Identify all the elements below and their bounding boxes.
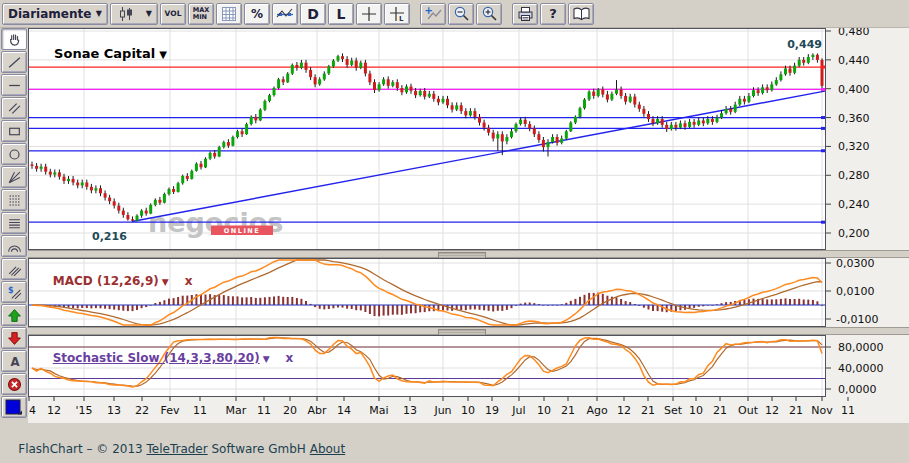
percent-scale-button-label: % [251,7,263,21]
x-axis-label: Set [664,404,683,417]
x-axis-label: Mar [226,404,247,417]
arrow-up-icon [7,308,22,323]
crosshair-l-button[interactable]: L [384,3,410,25]
cross-l-icon: L [389,6,405,22]
draw-mode-d-button[interactable]: D [300,3,326,25]
x-axis-label: '15 [75,404,92,417]
book-icon [572,6,591,22]
volume-button[interactable]: VOL [160,3,186,25]
chevron-down-icon: ▼ [146,9,152,18]
x-axis-label: 10 [537,404,551,417]
x-axis-label: 12 [47,404,61,417]
hand-icon [7,32,22,47]
panel-splitter[interactable] [28,250,909,258]
hline-icon [7,78,22,93]
zoom-in-button[interactable] [476,3,502,25]
stochastic-axis-tick: 80,0000 [838,341,884,354]
chevron-down-icon: ▼ [96,9,102,18]
ellipse-tool[interactable] [1,143,27,165]
x-axis-label: 21 [641,404,655,417]
stochastic-close-button[interactable]: x [286,351,294,365]
x-axis-label: Nov [811,404,833,417]
ellipse-icon [7,147,22,162]
about-link[interactable]: About [310,442,345,456]
speed-lines-tool[interactable] [1,258,27,280]
grid-toggle-button[interactable] [216,3,242,25]
macd-close-button[interactable]: x [185,274,193,288]
stochastic-axis-tick: 0,0000 [838,383,877,396]
x-axis-label: Jun [433,404,451,417]
teletrader-link[interactable]: TeleTrader [147,442,208,456]
horizontal-grid-tool[interactable] [1,212,27,234]
max-min-button-label: MAXMIN [193,7,210,20]
arrow-down-icon [7,331,22,346]
toolbar-items: Diariamente▼▼VOLMAXMIN%DLL+? [2,3,596,25]
add-indicator-button[interactable]: + [420,3,446,25]
y-axis-tick: 0,280 [838,169,870,182]
period-dropdown[interactable]: Diariamente▼ [2,3,108,25]
volume-button-label: VOL [165,9,182,18]
parallel-lines-tool[interactable] [1,97,27,119]
x-axis-label: Out [738,404,759,417]
arcs-tool[interactable] [1,235,27,257]
fan-lines-tool[interactable] [1,166,27,188]
color-picker-tool[interactable] [1,396,27,418]
trendline-tool[interactable] [1,51,27,73]
band-tool-button[interactable] [272,3,298,25]
y-axis-tick: 0,240 [838,198,870,211]
grid-icon [221,6,237,22]
pan-tool[interactable] [1,28,27,50]
manual-button[interactable] [568,3,594,25]
stochastic-indicator-label[interactable]: Stochastic Slow (14,3,3,80,20)▼x [36,337,293,379]
rectangle-tool[interactable] [1,120,27,142]
svg-text:$: $ [8,285,14,294]
x-axis-label: Mai [369,404,388,417]
gann-dollar-icon: $ [7,285,22,300]
arrow-down-tool[interactable] [1,327,27,349]
x-axis-label: 20 [283,404,297,417]
zoom-in-icon [481,5,498,22]
print-icon [517,6,534,22]
x-axis-label: Fev [160,404,179,417]
x-axis-label: Jul [511,404,525,417]
symbol-title-label: Sonae Capital [54,46,155,61]
y-axis-tick: 0,320 [838,140,870,153]
stochastic-axis-tick: 40,0000 [838,362,884,375]
x-axis-label: 13 [107,404,121,417]
price-annotation: 0,216 [92,230,127,243]
svg-text:ONLINE: ONLINE [224,227,260,235]
drawing-toolbar: $A [0,28,28,419]
chart-type-dropdown[interactable]: ▼ [110,3,158,25]
color-swatch-icon [5,399,23,416]
x-axis-label: 14 [337,404,351,417]
y-axis-tick: 0,440 [838,54,870,67]
band-icon [276,7,294,21]
y-axis-tick: 0,400 [838,83,870,96]
panel-splitter[interactable] [28,327,909,335]
arcs-icon [7,239,22,254]
x-axis-label: 21 [789,404,803,417]
x-axis-label: 12 [617,404,631,417]
zoom-out-button[interactable] [448,3,474,25]
y-axis-tick: 0,480 [838,28,870,38]
text-tool[interactable]: A [1,350,27,372]
horizontal-line-tool[interactable] [1,74,27,96]
delete-tool[interactable] [1,373,27,395]
gann-tool[interactable]: $ [1,281,27,303]
crosshair-button[interactable] [356,3,382,25]
symbol-title[interactable]: Sonae Capital▼ [36,31,167,76]
delete-icon [7,377,22,392]
macd-label-text: MACD (12,26,9) [53,274,159,288]
x-axis: 1412'151322Fev11Mar1120Abr14Mai13Jun1019… [28,397,909,423]
x-axis-label: Ago [586,404,608,417]
status-bar: FlashChart – © 2013 TeleTrader Software … [3,428,345,463]
percent-scale-button[interactable]: % [244,3,270,25]
draw-mode-l-button[interactable]: L [328,3,354,25]
max-min-button[interactable]: MAXMIN [188,3,214,25]
vertical-grid-tool[interactable] [1,189,27,211]
macd-indicator-label[interactable]: MACD (12,26,9)▼x [36,260,192,302]
arrow-up-tool[interactable] [1,304,27,326]
x-axis-label: 14 [28,404,36,417]
print-button[interactable] [512,3,538,25]
help-button[interactable]: ? [540,3,566,25]
